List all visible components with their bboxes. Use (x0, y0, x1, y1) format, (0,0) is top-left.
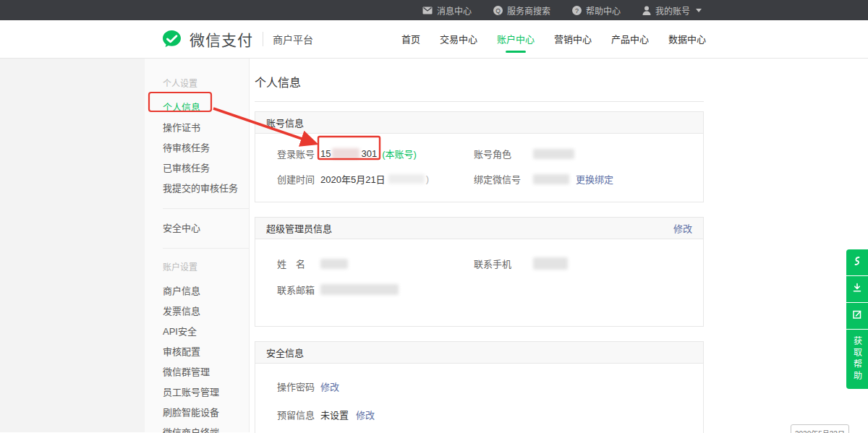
redacted-contact-phone (533, 257, 568, 270)
contact-email-label: 联系邮箱 (277, 283, 320, 296)
sidebar-item-face-device[interactable]: 刷脸智能设备 (163, 403, 249, 423)
bound-wechat-label: 绑定微信号 (474, 172, 533, 186)
nav-home[interactable]: 首页 (401, 20, 420, 59)
sidebar-item-api-security[interactable]: API安全 (163, 322, 249, 342)
sidebar: 个人设置 个人信息 操作证书 待审核任务 已审核任务 我提交的审核任务 安全中心… (145, 59, 250, 432)
sidebar-group-title-personal: 个人设置 (163, 74, 249, 93)
svg-text:?: ? (575, 7, 579, 14)
search-icon: Q (493, 6, 503, 15)
sidebar-group-title-account: 账户设置 (163, 258, 249, 277)
brand[interactable]: 微信支付 商户平台 (161, 28, 313, 51)
chevron-down-icon (696, 9, 702, 12)
login-account-label: 登录账号 (277, 147, 320, 160)
get-help-label: 获取帮助 (851, 336, 864, 382)
admin-edit-link[interactable]: 修改 (673, 221, 692, 235)
wechat-pay-logo-icon (161, 28, 183, 51)
brand-name: 微信支付 (190, 28, 253, 50)
topbar: 消息中心 Q 服务商搜索 ? 帮助中心 我的账号 (0, 0, 868, 20)
admin-name-label: 姓 名 (277, 257, 320, 270)
redacted-contact-email (320, 284, 399, 295)
sidebar-divider (163, 248, 249, 249)
password-edit-link[interactable]: 修改 (320, 380, 339, 393)
sidebar-item-wechat-group-mgmt[interactable]: 微信群管理 (163, 362, 249, 382)
topbar-item-label: 服务商搜索 (507, 4, 550, 17)
topbar-item-my-account[interactable]: 我的账号 (642, 4, 702, 17)
contact-button[interactable] (846, 249, 868, 275)
login-account-value: 15 301 (320, 148, 377, 159)
sidebar-item-operation-certificate[interactable]: 操作证书 (163, 118, 249, 138)
nav-marketing-center[interactable]: 营销中心 (554, 20, 592, 59)
super-admin-section-header: 超级管理员信息 修改 (255, 218, 703, 239)
sidebar-divider (163, 208, 249, 209)
sidebar-item-merchant-info[interactable]: 商户信息 (163, 281, 249, 301)
topbar-item-provider-search[interactable]: Q 服务商搜索 (493, 4, 550, 17)
topbar-item-label: 消息中心 (437, 4, 472, 17)
redacted-login-digits (332, 148, 359, 159)
section-title: 超级管理员信息 (266, 221, 332, 235)
nav-product-center[interactable]: 产品中心 (611, 20, 649, 59)
left-gutter (0, 59, 145, 432)
header: 微信支付 商户平台 首页 交易中心 账户中心 营销中心 产品中心 数据中心 (0, 20, 868, 59)
topbar-item-label: 我的账号 (655, 4, 690, 17)
download-button[interactable] (846, 276, 868, 302)
reserved-info-status: 未设置 (320, 408, 349, 421)
sidebar-item-pending-review-tasks[interactable]: 待审核任务 (163, 138, 249, 158)
sidebar-item-invoice-info[interactable]: 发票信息 (163, 301, 249, 322)
section-title: 账号信息 (266, 116, 304, 129)
svg-text:Q: Q (495, 7, 501, 14)
super-admin-section: 超级管理员信息 修改 姓 名 联系手机 (255, 217, 704, 327)
redacted-admin-name (320, 259, 348, 269)
contact-phone-label: 联系手机 (474, 257, 533, 270)
reserved-info-label: 预留信息 (277, 408, 320, 421)
page-title: 个人信息 (255, 73, 704, 102)
get-help-button[interactable]: 获取帮助 (846, 330, 868, 389)
nav-account-center[interactable]: 账户中心 (497, 20, 535, 59)
redacted-account-role (533, 149, 574, 159)
main-content: 个人信息 账号信息 登录账号 15 301 (250, 59, 868, 432)
sidebar-item-personal-info[interactable]: 个人信息 (163, 98, 249, 118)
reserved-edit-link[interactable]: 修改 (356, 408, 375, 421)
body: 个人设置 个人信息 操作证书 待审核任务 已审核任务 我提交的审核任务 安全中心… (0, 59, 868, 432)
help-icon: ? (572, 6, 582, 15)
sidebar-item-staff-account-mgmt[interactable]: 员工账号管理 (163, 382, 249, 403)
section-title: 安全信息 (266, 346, 304, 359)
sidebar-item-reviewed-tasks[interactable]: 已审核任务 (163, 158, 249, 179)
sub-brand: 商户平台 (273, 32, 313, 46)
operation-password-label: 操作密码 (277, 380, 320, 393)
topbar-item-help[interactable]: ? 帮助中心 (572, 4, 621, 17)
edit-icon (851, 309, 863, 323)
account-info-section: 账号信息 登录账号 15 301 (本账号) (255, 111, 704, 202)
account-role-label: 账号角色 (474, 147, 533, 160)
user-icon (642, 6, 651, 15)
rebind-link[interactable]: 更换绑定 (576, 172, 613, 186)
created-time-label: 创建时间 (277, 172, 320, 186)
current-account-tag: (本账号) (382, 147, 417, 160)
security-info-section: 安全信息 操作密码 修改 预留信息 未设置 修改 预留信息是由你自己设置的一段文… (255, 341, 704, 433)
message-icon (422, 7, 433, 14)
sidebar-item-review-config[interactable]: 审核配置 (163, 342, 249, 362)
feedback-button[interactable] (846, 303, 868, 329)
date-badge: 2020年5月22日 (791, 424, 849, 433)
nav-transaction-center[interactable]: 交易中心 (440, 20, 477, 59)
sidebar-item-security-center[interactable]: 安全中心 (163, 218, 249, 239)
topbar-item-messages[interactable]: 消息中心 (422, 4, 472, 17)
redacted-created-time (388, 174, 425, 184)
security-info-section-header: 安全信息 (255, 342, 703, 364)
sidebar-item-my-submitted-tasks[interactable]: 我提交的审核任务 (163, 179, 249, 199)
download-icon (851, 282, 863, 296)
account-info-section-header: 账号信息 (255, 112, 703, 134)
floating-help-widget: 获取帮助 (846, 249, 868, 389)
sidebar-item-merchant-terminal[interactable]: 微信商户终端 (163, 423, 249, 433)
main-nav: 首页 交易中心 账户中心 营销中心 产品中心 数据中心 (401, 20, 706, 59)
redacted-wechat-id (533, 174, 569, 184)
contact-icon (851, 255, 863, 270)
nav-data-center[interactable]: 数据中心 (668, 20, 706, 59)
topbar-item-label: 帮助中心 (586, 4, 621, 17)
brand-divider (263, 32, 263, 46)
created-time-value: 2020年5月21日 ) (320, 172, 429, 186)
